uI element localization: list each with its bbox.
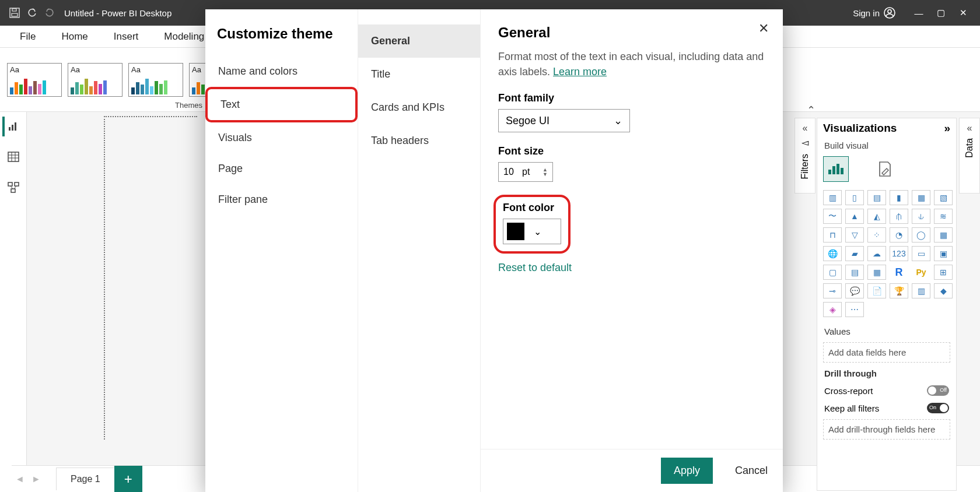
reset-to-default-link[interactable]: Reset to default xyxy=(498,262,572,273)
viz-scatter-icon[interactable]: ⁘ xyxy=(867,227,886,243)
ribbon-tab-insert[interactable]: Insert xyxy=(101,25,152,48)
viz-line-clustered-icon[interactable]: ⫝ xyxy=(912,209,930,224)
page-prev-button[interactable]: ◄ xyxy=(12,474,28,484)
viz-waterfall-icon[interactable]: ⊓ xyxy=(823,227,842,243)
font-size-spinner[interactable]: pt ▲▼ xyxy=(498,162,553,182)
category-page[interactable]: Page xyxy=(205,153,358,184)
svg-point-4 xyxy=(888,10,891,13)
viz-line-icon[interactable]: 〜 xyxy=(823,209,842,224)
values-dropzone[interactable]: Add data fields here xyxy=(823,342,950,363)
svg-rect-6 xyxy=(12,125,13,131)
viz-filled-map-icon[interactable]: ▰ xyxy=(845,246,864,261)
viz-more-icon[interactable]: ⋯ xyxy=(845,302,864,317)
undo-icon[interactable] xyxy=(23,4,41,22)
page-tab[interactable]: Page 1 xyxy=(56,468,115,490)
viz-kpi-icon[interactable]: ▢ xyxy=(823,265,842,280)
viz-area-icon[interactable]: ▲ xyxy=(845,209,864,224)
model-view-button[interactable] xyxy=(4,177,23,197)
cross-report-label: Cross-report xyxy=(824,386,873,396)
spinner-buttons[interactable]: ▲▼ xyxy=(542,167,548,177)
drill-through-dropzone[interactable]: Add drill-through fields here xyxy=(823,419,950,440)
data-view-button[interactable] xyxy=(4,147,23,167)
viz-python-icon[interactable]: Py xyxy=(912,265,930,280)
viz-gauge-icon[interactable]: 123 xyxy=(890,246,908,261)
data-pane-collapsed[interactable]: « Data xyxy=(959,118,980,194)
drill-through-label: Drill through xyxy=(817,365,956,382)
viz-key-influencers-icon[interactable]: ⊞ xyxy=(934,265,953,280)
category-name-colors[interactable]: Name and colors xyxy=(205,56,358,87)
signin-button[interactable]: Sign in xyxy=(853,6,896,19)
viz-pie-icon[interactable]: ◔ xyxy=(890,227,908,243)
viz-decomp-icon[interactable]: ⊸ xyxy=(823,283,842,298)
viz-card-icon[interactable]: ▭ xyxy=(912,246,930,261)
chevron-down-icon: ⌄ xyxy=(534,226,541,237)
font-color-label: Font color xyxy=(498,202,561,214)
collapse-viz-icon[interactable]: » xyxy=(944,122,950,135)
format-visual-tab[interactable] xyxy=(872,156,898,182)
ribbon-tab-file[interactable]: File xyxy=(7,25,48,48)
cross-report-toggle[interactable]: Off xyxy=(927,385,949,396)
learn-more-link[interactable]: Learn more xyxy=(553,66,607,78)
viz-funnel-icon[interactable]: ▽ xyxy=(845,227,864,243)
theme-thumbnail[interactable]: Aa xyxy=(7,63,62,97)
viz-ribbon-icon[interactable]: ≋ xyxy=(934,209,953,224)
viz-paginated-icon[interactable]: ▥ xyxy=(912,283,930,298)
minimize-button[interactable]: — xyxy=(908,8,930,18)
apply-button[interactable]: Apply xyxy=(661,458,713,484)
viz-100-bar-icon[interactable]: ▦ xyxy=(912,190,930,205)
viz-100-column-icon[interactable]: ▧ xyxy=(934,190,953,205)
svg-rect-2 xyxy=(12,9,16,11)
subcategory-cards-kpis[interactable]: Cards and KPIs xyxy=(358,91,480,124)
viz-clustered-column-icon[interactable]: ▮ xyxy=(890,190,908,205)
build-visual-label: Build visual xyxy=(817,138,956,154)
viz-r-icon[interactable]: R xyxy=(890,265,908,280)
viz-clustered-bar-icon[interactable]: ▤ xyxy=(867,190,886,205)
viz-table-icon[interactable]: ▦ xyxy=(867,265,886,280)
viz-treemap-icon[interactable]: ▦ xyxy=(934,227,953,243)
keep-filters-toggle[interactable]: On xyxy=(927,403,949,413)
category-filter-pane[interactable]: Filter pane xyxy=(205,184,358,215)
theme-thumbnail[interactable]: Aa xyxy=(68,63,123,97)
font-family-label: Font family xyxy=(498,92,765,104)
ribbon-tab-home[interactable]: Home xyxy=(48,25,100,48)
viz-qna-icon[interactable]: 💬 xyxy=(845,283,864,298)
viz-slicer-icon[interactable]: ▤ xyxy=(845,265,864,280)
viz-azure-map-icon[interactable]: ☁ xyxy=(867,246,886,261)
subcategory-tab-headers[interactable]: Tab headers xyxy=(358,124,480,157)
viz-powerapp-icon[interactable]: ◆ xyxy=(934,283,953,298)
viz-goals-icon[interactable]: 🏆 xyxy=(890,283,908,298)
font-size-input[interactable] xyxy=(503,167,520,177)
viz-multi-card-icon[interactable]: ▣ xyxy=(934,246,953,261)
page-next-button[interactable]: ► xyxy=(28,474,44,484)
dialog-close-button[interactable]: ✕ xyxy=(758,21,769,36)
viz-line-column-icon[interactable]: ⫛ xyxy=(890,209,908,224)
viz-stacked-bar-icon[interactable]: ▥ xyxy=(823,190,842,205)
visual-types-grid: ▥ ▯ ▤ ▮ ▦ ▧ 〜 ▲ ◭ ⫛ ⫝ ≋ ⊓ ▽ ⁘ ◔ ◯ ▦ 🌐 ▰ … xyxy=(817,184,956,323)
font-color-picker[interactable]: ⌄ xyxy=(503,219,561,244)
viz-narrative-icon[interactable]: 📄 xyxy=(867,283,886,298)
category-text[interactable]: Text xyxy=(205,87,358,122)
category-visuals[interactable]: Visuals xyxy=(205,122,358,153)
redo-icon[interactable] xyxy=(41,4,58,22)
viz-stacked-area-icon[interactable]: ◭ xyxy=(867,209,886,224)
ribbon-collapse-chevron-icon[interactable]: ⌃ xyxy=(807,104,816,117)
add-page-button[interactable]: + xyxy=(114,466,142,493)
subcategory-general[interactable]: General xyxy=(358,24,480,58)
save-icon[interactable] xyxy=(6,4,23,22)
filters-pane-collapsed[interactable]: « ◅ Filters xyxy=(794,118,816,194)
svg-rect-5 xyxy=(9,127,10,131)
signin-label: Sign in xyxy=(853,8,880,18)
font-family-select[interactable]: Segoe UI ⌄ xyxy=(498,109,630,132)
close-window-button[interactable]: ✕ xyxy=(952,8,974,18)
maximize-button[interactable]: ▢ xyxy=(930,8,952,18)
font-family-value: Segoe UI xyxy=(506,115,550,127)
report-view-button[interactable] xyxy=(2,117,22,136)
viz-automate-icon[interactable]: ◈ xyxy=(823,302,842,317)
viz-stacked-column-icon[interactable]: ▯ xyxy=(845,190,864,205)
cancel-button[interactable]: Cancel xyxy=(735,465,768,477)
theme-thumbnail[interactable]: Aa xyxy=(128,63,183,97)
build-visual-tab[interactable] xyxy=(823,156,849,182)
viz-donut-icon[interactable]: ◯ xyxy=(912,227,930,243)
viz-map-icon[interactable]: 🌐 xyxy=(823,246,842,261)
subcategory-title[interactable]: Title xyxy=(358,58,480,91)
